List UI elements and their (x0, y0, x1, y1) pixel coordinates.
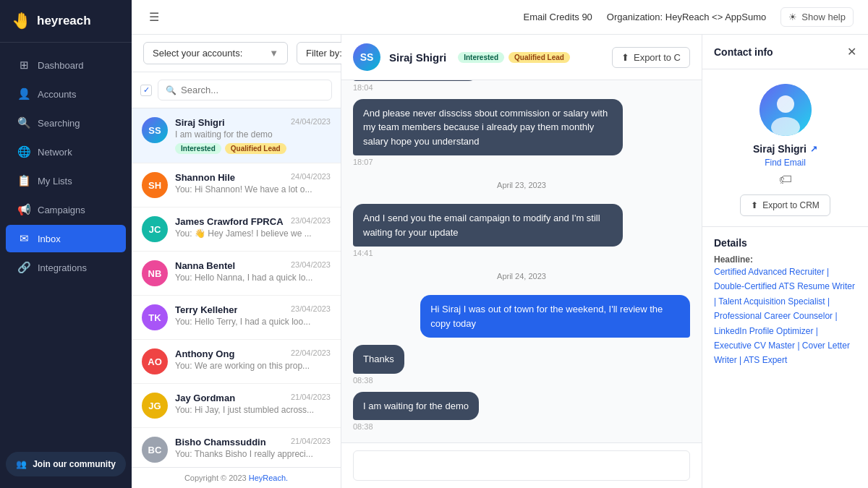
export-crm-label: Export to CRM (762, 200, 820, 210)
join-icon: 👥 (16, 459, 27, 469)
message-row: Thanks 08:38 (353, 345, 690, 385)
inbox-item-header: Bisho Chamssuddin 21/04/2023 (175, 437, 331, 448)
sidebar-item-inbox[interactable]: ✉ Inbox (6, 225, 126, 252)
inbox-item-name: James Crawford FPRCA (175, 216, 284, 227)
inbox-item-content: Siraj Shigri 24/04/2023 I am waiting for… (175, 117, 331, 154)
sidebar-item-dashboard[interactable]: ⊞ Dashboard (6, 51, 126, 79)
list-item[interactable]: NB Nanna Bentel 23/04/2023 You: Hello Na… (132, 252, 341, 296)
sidebar-item-accounts[interactable]: 👤 Accounts (6, 80, 126, 108)
export-crm-button[interactable]: ⬆ Export to CRM (740, 194, 830, 216)
list-item[interactable]: TK Terry Kelleher 23/04/2023 You: Hello … (132, 296, 341, 340)
headline-link[interactable]: Professional Career Counselor (714, 311, 833, 321)
list-item[interactable]: SS Siraj Shigri 24/04/2023 I am waiting … (132, 108, 341, 163)
avatar: SS (142, 117, 168, 143)
list-item[interactable]: JC James Crawford FPRCA 23/04/2023 You: … (132, 207, 341, 252)
headline-link[interactable]: Double-Certified ATS Resume Writer (714, 281, 855, 291)
sidebar-item-network[interactable]: 🌐 Network (6, 138, 126, 166)
chat-input[interactable] (353, 450, 690, 481)
avatar: JC (142, 216, 168, 242)
sidebar-item-campaigns[interactable]: 📢 Campaigns (6, 196, 126, 223)
list-item[interactable]: AO Anthony Ong 22/04/2023 You: We are wo… (132, 340, 341, 384)
headline-link[interactable]: ATS Expert (744, 355, 787, 365)
headline-link[interactable]: LinkedIn Profile Optimizer (714, 326, 813, 336)
contact-title: Contact info (714, 46, 773, 58)
inbox-item-date: 21/04/2023 (291, 393, 331, 401)
message-bubble: And I send you the email campaign to mod… (353, 204, 623, 247)
inbox-search-wrap: 🔍 (158, 80, 332, 100)
sidebar-item-lists[interactable]: 📋 My Lists (6, 167, 126, 194)
external-link-icon[interactable]: ↗ (810, 144, 817, 154)
close-icon[interactable]: ✕ (847, 45, 856, 59)
inbox-item-date: 24/04/2023 (291, 172, 331, 181)
select-all-checkbox[interactable]: ✓ (140, 85, 152, 96)
message-time: 08:38 (353, 376, 690, 385)
chat-header-tags: Interested Qualified Lead (458, 52, 570, 63)
show-help-button[interactable]: ☀ Show help (780, 7, 854, 27)
sidebar-logo: 🤚 heyreach (0, 0, 132, 43)
inbox-item-date: 24/04/2023 (291, 117, 331, 126)
inbox-item-name: Anthony Ong (175, 348, 234, 359)
export-button[interactable]: ⬆ Export to C (612, 47, 690, 68)
inbox-item-name: Siraj Shigri (175, 117, 225, 128)
inbox-item-header: Siraj Shigri 24/04/2023 (175, 117, 331, 128)
export-label: Export to C (634, 52, 681, 63)
inbox-item-content: Nanna Bentel 23/04/2023 You: Hello Nanna… (175, 260, 331, 286)
sidebar-item-searching[interactable]: 🔍 Searching (6, 109, 126, 137)
inbox-item-name: Bisho Chamssuddin (175, 437, 266, 448)
message-time: 08:38 (353, 422, 690, 431)
join-community-button[interactable]: 👥 Join our community (6, 452, 126, 476)
message-time: 18:07 (353, 158, 690, 166)
inbox-item-date: 23/04/2023 (291, 304, 331, 313)
footer-copyright: Copyright © 2023 (184, 474, 249, 482)
search-icon: 🔍 (166, 85, 176, 95)
footer-link[interactable]: HeyReach. (249, 474, 288, 482)
inbox-item-date: 23/04/2023 (291, 260, 331, 269)
sidebar-item-label: Accounts (38, 89, 76, 100)
inbox-item-content: Terry Kelleher 23/04/2023 You: Hello Ter… (175, 304, 331, 330)
headline-label: Headline: (714, 254, 856, 265)
headline-link[interactable]: Executive CV Master (714, 341, 795, 351)
checkbox-check: ✓ (143, 85, 150, 95)
headline-link[interactable]: Certified Advanced Recruiter (714, 267, 825, 277)
inbox-item-header: James Crawford FPRCA 23/04/2023 (175, 216, 331, 227)
contact-details: Details Headline: Certified Advanced Rec… (702, 226, 868, 378)
find-email-link[interactable]: Find Email (765, 158, 806, 168)
message-row: Hi Siraj I was out of town for the weeke… (353, 295, 690, 338)
message-row: And what about my email 18:04 (353, 80, 690, 92)
chat-header-right: ⬆ Export to C (612, 47, 690, 68)
sidebar-item-integrations[interactable]: 🔗 Integrations (6, 254, 126, 281)
list-item[interactable]: SH Shannon Hile 24/04/2023 You: Hi Shann… (132, 163, 341, 207)
network-icon: 🌐 (17, 145, 30, 158)
inbox-list: SS Siraj Shigri 24/04/2023 I am waiting … (132, 108, 341, 467)
list-item[interactable]: JG Jay Gordman 21/04/2023 You: Hi Jay, I… (132, 384, 341, 428)
contact-name-text: Siraj Shigri (753, 143, 807, 155)
lists-icon: 📋 (17, 174, 30, 187)
chat-panel: SS Siraj Shigri Interested Qualified Lea… (341, 35, 702, 488)
message-row: I am waiting for the demo 08:38 (353, 392, 690, 432)
search-input[interactable] (181, 85, 324, 95)
tag-qualified: Qualified Lead (509, 52, 570, 63)
inbox-footer: Copyright © 2023 HeyReach. (132, 467, 341, 488)
tag-icon[interactable]: 🏷 (779, 172, 792, 187)
accounts-select[interactable]: Select your accounts: ▼ (143, 42, 288, 64)
logo-icon: 🤚 (12, 12, 31, 30)
filter-select-label: Filter by: (306, 48, 342, 59)
message-time: 14:41 (353, 249, 690, 257)
integrations-icon: 🔗 (17, 261, 30, 274)
menu-icon[interactable]: ☰ (146, 7, 162, 27)
sidebar-item-label: Searching (38, 118, 80, 129)
show-help-label: Show help (801, 12, 846, 22)
inbox-item-header: Nanna Bentel 23/04/2023 (175, 260, 331, 271)
list-item[interactable]: BC Bisho Chamssuddin 21/04/2023 You: Tha… (132, 428, 341, 467)
sun-icon: ☀ (788, 12, 797, 22)
content-area: Select your accounts: ▼ Filter by: ▼ ✓ 🔍 (132, 35, 868, 488)
inbox-item-content: James Crawford FPRCA 23/04/2023 You: 👋 H… (175, 216, 331, 242)
message-time: 18:04 (353, 83, 690, 92)
inbox-item-name: Shannon Hile (175, 172, 235, 183)
headline-link[interactable]: Talent Acquisition Specialist (718, 296, 825, 307)
message-bubble: I am waiting for the demo (353, 392, 479, 421)
accounts-icon: 👤 (17, 87, 30, 100)
inbox-search-bar: ✓ 🔍 (132, 72, 341, 108)
inbox-item-preview: You: Hi Jay, I just stumbled across... (175, 405, 331, 415)
inbox-item-content: Jay Gordman 21/04/2023 You: Hi Jay, I ju… (175, 393, 331, 419)
